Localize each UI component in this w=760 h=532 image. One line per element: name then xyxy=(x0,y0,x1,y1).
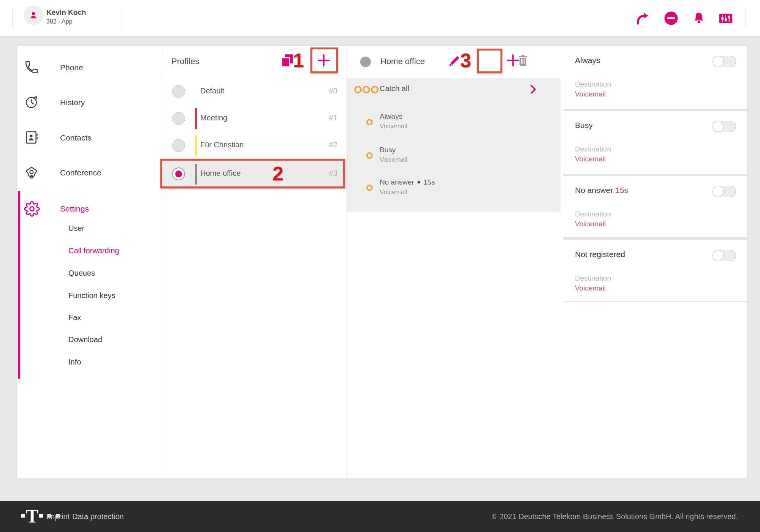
not-registered-toggle[interactable] xyxy=(712,250,736,261)
profile-color-circle xyxy=(360,57,371,67)
busy-toggle[interactable] xyxy=(712,121,736,132)
three-rings-icon xyxy=(354,84,379,95)
forwarding-rules-panel: Catch all Always Voicemail Busy xyxy=(347,78,560,212)
sidebar-item-history[interactable]: History xyxy=(17,95,163,116)
card-no-answer: No answer 15s Destination Voicemail xyxy=(564,176,747,237)
call-forward-icon[interactable] xyxy=(634,10,651,27)
rule-label: Catch all xyxy=(380,84,409,93)
card-title: Always xyxy=(575,56,600,65)
annotation-number-2: 2 xyxy=(272,162,283,185)
card-divider xyxy=(564,237,747,240)
sidebar-item-label: Conference xyxy=(60,168,101,177)
profile-row-fuer-christian[interactable]: Für Christian #2 xyxy=(163,132,347,159)
audio-settings-icon[interactable] xyxy=(717,10,734,27)
sidebar-subitem-function-keys[interactable]: Function keys xyxy=(68,291,115,300)
sidebar-subitem-user[interactable]: User xyxy=(68,224,84,233)
sidebar-subitem-info[interactable]: Info xyxy=(68,358,81,366)
top-bar: Kevin Koch 382 - App xyxy=(0,0,760,36)
profile-label: Meeting xyxy=(200,114,227,122)
user-extension: 382 - App xyxy=(46,18,73,25)
sidebar-item-settings[interactable]: Settings xyxy=(17,201,163,222)
sidebar-subitem-fax[interactable]: Fax xyxy=(68,313,81,322)
chevron-right-icon[interactable] xyxy=(528,84,538,95)
rule-label: No answer15s xyxy=(380,178,435,186)
sidebar-item-label: Contacts xyxy=(60,133,92,142)
rule-label: Always xyxy=(380,112,402,121)
ring-icon xyxy=(366,118,373,126)
card-not-registered: Not registered Destination Voicemail xyxy=(564,240,747,301)
destination-value[interactable]: Voicemail xyxy=(575,155,606,163)
notifications-bell-icon[interactable] xyxy=(690,10,707,27)
destination-value[interactable]: Voicemail xyxy=(575,90,606,98)
annotation-number-1: 1 xyxy=(293,49,304,72)
annotation-box-step2 xyxy=(160,159,345,188)
main-panel: Phone History xyxy=(17,46,747,478)
topbar-divider xyxy=(122,8,122,29)
sidebar-item-label: History xyxy=(60,98,85,107)
profile-number: #0 xyxy=(329,87,337,95)
footer-link-data-protection[interactable]: Data protection xyxy=(72,512,124,521)
profile-row-meeting[interactable]: Meeting #1 xyxy=(163,105,347,132)
card-always: Always Destination Voicemail xyxy=(564,46,747,109)
do-not-disturb-icon[interactable] xyxy=(663,10,679,27)
trash-icon[interactable] xyxy=(516,53,530,68)
phone-icon xyxy=(24,60,39,75)
contacts-icon xyxy=(24,130,39,145)
profile-detail-column: Home office xyxy=(347,46,564,478)
user-name: Kevin Koch xyxy=(46,8,86,17)
annotation-box-step3 xyxy=(477,49,502,73)
toggle-knob xyxy=(712,56,724,67)
destination-label: Destination xyxy=(575,145,611,153)
profile-number: #1 xyxy=(329,114,337,122)
rule-destination: Voicemail xyxy=(380,188,407,196)
card-busy: Busy Destination Voicemail xyxy=(564,111,747,174)
profiles-title: Profiles xyxy=(171,57,199,66)
profile-detail-title: Home office xyxy=(380,57,425,66)
sidebar-item-phone[interactable]: Phone xyxy=(17,60,163,81)
gear-icon xyxy=(24,201,39,216)
ring-icon xyxy=(366,152,373,159)
destination-value[interactable]: Voicemail xyxy=(575,284,606,292)
no-answer-toggle[interactable] xyxy=(712,186,736,197)
always-toggle[interactable] xyxy=(712,56,736,67)
history-icon xyxy=(24,95,39,110)
profile-radio[interactable] xyxy=(172,139,185,152)
sidebar-subitem-queues[interactable]: Queues xyxy=(68,269,95,278)
toggle-knob xyxy=(712,121,724,132)
card-title: No answer 15s xyxy=(575,186,628,195)
profile-row-default[interactable]: Default #0 xyxy=(163,78,347,105)
destination-value[interactable]: Voicemail xyxy=(575,220,606,228)
card-divider xyxy=(564,301,747,302)
sidebar-item-label: Phone xyxy=(60,63,83,72)
destination-label: Destination xyxy=(575,80,611,88)
footer-link-imprint[interactable]: Imprint xyxy=(46,512,70,521)
person-icon xyxy=(28,9,39,21)
footer-copyright: © 2021 Deutsche Telekom Business Solutio… xyxy=(492,512,738,521)
rule-destination: Voicemail xyxy=(380,156,407,164)
profile-label: Default xyxy=(200,87,224,95)
profile-number: #2 xyxy=(329,140,337,149)
card-title: Busy xyxy=(575,121,593,130)
destination-label: Destination xyxy=(575,210,611,218)
sidebar-subitem-download[interactable]: Download xyxy=(68,335,102,344)
profile-label: Für Christian xyxy=(200,140,244,149)
sidebar-item-conference[interactable]: Conference xyxy=(17,165,163,186)
ring-icon xyxy=(366,184,373,191)
annotation-box-step1 xyxy=(310,47,338,73)
topbar-divider xyxy=(746,8,746,29)
profiles-column: Profiles Default #0 Meeting xyxy=(163,46,347,478)
destination-label: Destination xyxy=(575,274,611,283)
sidebar-subitem-call-forwarding[interactable]: Call forwarding xyxy=(68,246,119,255)
profile-radio[interactable] xyxy=(172,112,185,125)
toggle-knob xyxy=(712,186,724,197)
sidebar-item-contacts[interactable]: Contacts xyxy=(17,130,163,151)
sidebar-item-label: Settings xyxy=(60,204,89,213)
rule-destination: Voicemail xyxy=(380,123,407,130)
avatar[interactable] xyxy=(24,5,43,25)
rule-label: Busy xyxy=(380,146,396,154)
profile-detail-header: Home office xyxy=(347,46,564,78)
profile-color-bar xyxy=(195,108,197,129)
footer: T Imprint Data protection © 2021 Deutsch… xyxy=(0,501,760,532)
topbar-divider xyxy=(13,8,13,29)
profile-radio[interactable] xyxy=(172,85,185,98)
